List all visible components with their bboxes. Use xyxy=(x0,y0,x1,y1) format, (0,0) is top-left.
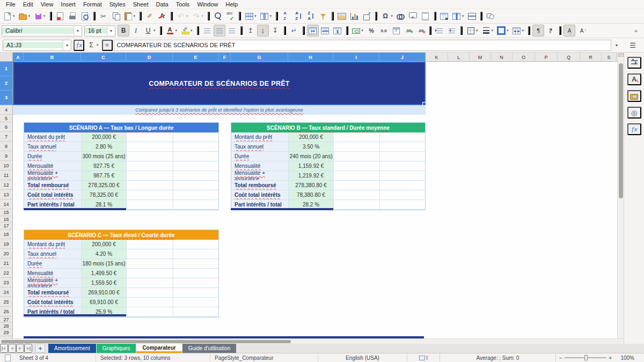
headers-footers-button[interactable] xyxy=(420,10,431,22)
row-header[interactable]: 25 xyxy=(0,297,12,307)
italic-button[interactable] xyxy=(130,25,142,36)
column-header[interactable]: P xyxy=(535,53,558,62)
row-header[interactable]: 10 xyxy=(0,161,12,171)
underline-button[interactable] xyxy=(142,25,157,36)
decrease-indent-button[interactable] xyxy=(446,25,458,36)
empty-cell[interactable] xyxy=(173,269,218,278)
horizontal-scrollbar[interactable] xyxy=(0,338,624,344)
label-cell[interactable]: Taux annuel xyxy=(231,142,289,152)
format-percent-button[interactable] xyxy=(365,25,377,36)
column-header[interactable]: B xyxy=(24,53,81,62)
label-cell[interactable]: Total remboursé xyxy=(24,288,82,298)
align-top-button[interactable] xyxy=(245,25,257,36)
label-cell[interactable]: Mensualité + assurance xyxy=(24,171,82,181)
empty-cell[interactable] xyxy=(334,142,380,152)
value-cell[interactable]: 69,910.00 € xyxy=(82,298,127,307)
column-header[interactable]: R xyxy=(580,53,602,62)
column-header[interactable]: H xyxy=(288,53,333,62)
empty-cell[interactable] xyxy=(334,132,380,142)
menu-item[interactable]: Help xyxy=(222,0,242,9)
label-cell[interactable]: Montant du prêt xyxy=(231,132,289,142)
sort-button[interactable] xyxy=(280,10,292,22)
menu-item[interactable]: Insert xyxy=(57,0,79,9)
clone-formatting-button[interactable] xyxy=(144,10,156,22)
bold-button[interactable] xyxy=(118,25,129,36)
sort-descending-button[interactable] xyxy=(305,10,317,22)
column-header[interactable]: S xyxy=(602,53,617,62)
empty-cell[interactable] xyxy=(334,152,380,161)
empty-cell[interactable] xyxy=(127,152,173,161)
borders-button[interactable] xyxy=(465,25,480,36)
align-bottom-button[interactable] xyxy=(269,25,281,36)
empty-cell[interactable] xyxy=(127,181,173,190)
row-header[interactable]: 11 xyxy=(0,171,12,180)
empty-cell[interactable] xyxy=(127,132,173,142)
column-header[interactable]: F xyxy=(219,53,231,62)
menu-item[interactable]: Format xyxy=(79,0,106,9)
print-button[interactable] xyxy=(67,10,78,22)
subtitle-row[interactable]: Comparez jusqu'à 3 scénarios de prêt et … xyxy=(13,105,426,115)
label-cell[interactable]: Coût total intérêts xyxy=(24,298,82,307)
merge-center-button[interactable] xyxy=(307,25,319,36)
merge-cells-button[interactable] xyxy=(319,25,331,36)
label-cell[interactable]: Durée xyxy=(231,152,289,161)
value-cell[interactable]: 200,000 € xyxy=(82,240,127,249)
column-header[interactable]: Q xyxy=(558,53,580,62)
delete-decimal-button[interactable] xyxy=(415,25,427,36)
vertical-scrollbar[interactable] xyxy=(617,53,624,338)
menu-item[interactable]: File xyxy=(2,0,19,9)
column-header[interactable]: N xyxy=(491,53,513,62)
empty-cell[interactable] xyxy=(127,298,173,307)
name-box[interactable]: A1:J3 ▼ xyxy=(3,40,71,51)
empty-cell[interactable] xyxy=(173,307,218,317)
value-cell[interactable]: 278,325.00 € xyxy=(82,181,127,190)
font-color-button[interactable] xyxy=(164,25,179,36)
autofilter-button[interactable] xyxy=(317,10,329,22)
formula-input[interactable]: COMPARATEUR DE SCÉNARIOS DE PRÊT xyxy=(114,40,611,51)
value-cell[interactable]: 269,910.00 € xyxy=(82,288,127,298)
empty-cell[interactable] xyxy=(380,132,425,142)
empty-cell[interactable] xyxy=(380,171,425,181)
border-style-button[interactable] xyxy=(480,25,495,36)
sheet-info[interactable]: Sheet 3 of 4 xyxy=(15,353,96,362)
page-style[interactable]: PageStyle_Comparateur xyxy=(210,353,318,362)
row-header[interactable]: 29 xyxy=(0,329,12,336)
export-pdf-button[interactable] xyxy=(54,10,66,22)
zoom-slider-thumb[interactable] xyxy=(584,355,588,360)
zoom-slider[interactable]: − + xyxy=(556,355,615,361)
sheet-tab[interactable]: Guide d'utilisation xyxy=(182,344,237,353)
empty-cell[interactable] xyxy=(127,171,173,181)
empty-cell[interactable] xyxy=(127,200,173,210)
column-header[interactable]: C xyxy=(81,53,126,62)
value-cell[interactable]: 78,380.80 € xyxy=(289,190,334,200)
empty-cell[interactable] xyxy=(173,240,218,249)
value-cell[interactable]: 2.80 % xyxy=(82,142,127,152)
right-to-left-button[interactable] xyxy=(545,25,557,36)
sheet-tab[interactable]: Amortissement xyxy=(48,344,96,353)
styles-button[interactable] xyxy=(627,73,641,85)
label-cell[interactable]: Montant du prêt xyxy=(24,240,82,249)
label-cell[interactable]: Coût total intérêts xyxy=(231,190,289,200)
data-table-button[interactable] xyxy=(438,10,450,22)
insert-chart-button[interactable] xyxy=(348,10,360,22)
special-character-button[interactable] xyxy=(379,10,394,22)
value-cell[interactable]: 180 mois (15 ans) xyxy=(82,259,127,269)
row-header[interactable]: 22 xyxy=(0,268,12,278)
select-all-corner[interactable] xyxy=(0,53,13,62)
wrap-text-button[interactable] xyxy=(288,25,300,36)
row-header[interactable]: 17 xyxy=(0,223,12,230)
empty-cell[interactable] xyxy=(380,152,425,161)
value-cell[interactable]: 4.20 % xyxy=(82,249,127,259)
empty-cell[interactable] xyxy=(173,152,218,161)
label-cell[interactable]: Mensualité + assurance xyxy=(231,171,289,181)
draw-functions-button[interactable] xyxy=(485,10,496,22)
menu-item[interactable]: Tools xyxy=(172,0,194,9)
row-header[interactable]: 18 xyxy=(0,230,12,239)
chevron-down-icon[interactable]: ▼ xyxy=(107,26,115,36)
row-header[interactable]: 4 xyxy=(0,105,12,115)
row-header[interactable]: 14 xyxy=(0,200,12,209)
empty-cell[interactable] xyxy=(173,171,218,181)
empty-cell[interactable] xyxy=(127,278,173,288)
row-header[interactable]: 24 xyxy=(0,287,12,297)
empty-cell[interactable] xyxy=(127,190,173,200)
